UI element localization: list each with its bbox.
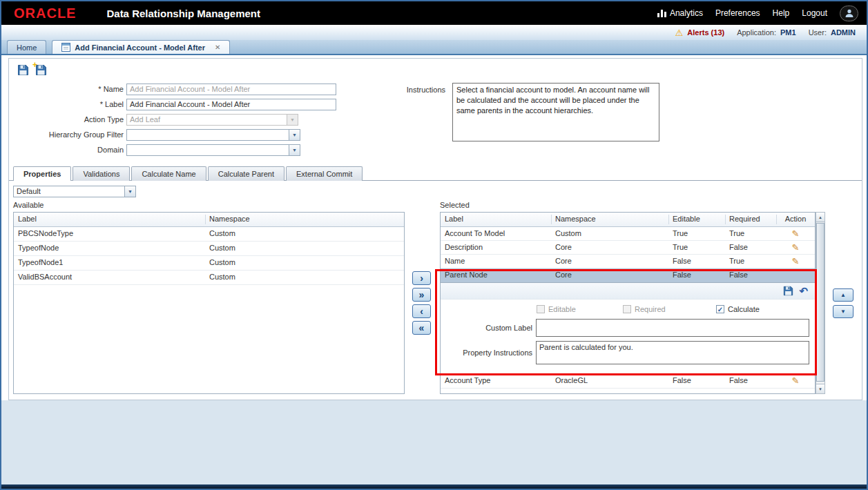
move-right-button[interactable]: › xyxy=(412,271,431,285)
tab-home[interactable]: Home xyxy=(7,40,46,54)
double-chevron-right-icon: » xyxy=(419,290,425,300)
undo-icon[interactable]: ↶ xyxy=(799,286,808,296)
available-row[interactable]: PBCSNodeType Custom xyxy=(14,227,404,242)
user-value: ADMIN xyxy=(831,28,856,37)
tab-calculate-parent[interactable]: Calculate Parent xyxy=(208,166,284,181)
column-divider xyxy=(551,215,552,224)
property-label: Account To Model xyxy=(445,229,505,237)
property-required: False xyxy=(729,271,748,279)
editor-panel: + * Name * Label Action Type Hierarchy G… xyxy=(8,58,862,400)
instructions-textarea[interactable]: Select a financial account to model. An … xyxy=(452,83,659,141)
property-editable: True xyxy=(673,243,688,251)
column-divider xyxy=(725,215,726,224)
tab-calculate-name[interactable]: Calculate Name xyxy=(131,166,206,181)
name-input: Add Financial Account - Model After xyxy=(126,84,336,95)
status-bar: ⚠ Alerts (13) Application: PM1 User: ADM… xyxy=(1,25,867,40)
tab-home-label: Home xyxy=(17,43,37,52)
application-value: PM1 xyxy=(780,28,796,37)
window-bottom-edge xyxy=(1,484,867,489)
scrollbar[interactable]: ▲ ▼ xyxy=(816,212,825,394)
save-as-button[interactable]: + xyxy=(34,63,48,77)
scroll-up-icon[interactable]: ▲ xyxy=(816,213,824,222)
save-button[interactable] xyxy=(16,63,30,77)
edit-icon[interactable]: ✎ xyxy=(778,228,813,239)
available-row[interactable]: ValidBSAccount Custom xyxy=(14,271,404,285)
property-namespace: Core xyxy=(555,257,572,265)
domain-dropdown[interactable]: ▼ xyxy=(126,144,300,156)
selected-row-description[interactable]: Description Core True False ✎ xyxy=(441,241,815,255)
property-editable: False xyxy=(673,257,691,265)
scrollbar-thumb[interactable] xyxy=(816,223,824,382)
alerts-link[interactable]: Alerts (13) xyxy=(687,28,724,37)
bar-chart-icon xyxy=(657,9,666,17)
column-header-namespace: Namespace xyxy=(209,215,250,223)
move-up-button[interactable]: ▲ xyxy=(833,288,853,302)
property-namespace: Core xyxy=(555,271,572,279)
column-header-required: Required xyxy=(729,215,760,223)
edit-icon[interactable]: ✎ xyxy=(778,242,813,253)
column-header-namespace: Namespace xyxy=(555,215,596,223)
calculate-checkbox[interactable]: ✓ Calculate xyxy=(716,305,760,313)
available-row[interactable]: TypeofNode1 Custom xyxy=(14,256,404,271)
double-chevron-left-icon: « xyxy=(419,323,425,333)
plus-icon: + xyxy=(32,60,37,70)
property-label: TypeofNode1 xyxy=(18,258,63,266)
domain-label: Domain xyxy=(13,144,124,156)
move-all-right-button[interactable]: » xyxy=(412,288,431,302)
help-link[interactable]: Help xyxy=(773,8,790,18)
close-icon[interactable]: ✕ xyxy=(215,43,220,51)
user-label: User: xyxy=(809,28,827,37)
tab-add-financial-account[interactable]: Add Financial Account - Model After ✕ xyxy=(52,40,230,54)
tab-external-commit[interactable]: External Commit xyxy=(286,166,363,181)
editor-save-button[interactable] xyxy=(783,286,793,296)
custom-label-label: Custom Label xyxy=(441,319,532,337)
column-header-action: Action xyxy=(778,215,813,223)
label-label: * Label xyxy=(13,99,124,110)
property-namespace: Custom xyxy=(209,273,235,281)
required-checkbox-label: Required xyxy=(635,305,666,313)
available-row[interactable]: TypeofNode Custom xyxy=(14,242,404,256)
property-editable: True xyxy=(673,229,688,237)
chevron-down-icon[interactable]: ▼ xyxy=(289,130,300,140)
property-instructions-label: Property Instructions xyxy=(441,341,532,364)
move-all-left-button[interactable]: « xyxy=(412,321,431,335)
user-avatar-icon[interactable] xyxy=(840,6,858,21)
selected-row-parent-node[interactable]: Parent Node Core False False xyxy=(441,268,815,283)
move-down-button[interactable]: ▼ xyxy=(833,305,853,318)
person-icon xyxy=(845,8,854,18)
scroll-down-icon[interactable]: ▼ xyxy=(816,384,824,393)
tab-validations[interactable]: Validations xyxy=(73,166,130,181)
label-input[interactable]: Add Financial Account - Model After xyxy=(126,99,336,110)
property-label: Account Type xyxy=(445,376,490,384)
property-label: Name xyxy=(445,257,465,265)
property-category-value: Default xyxy=(14,186,124,197)
analytics-link[interactable]: Analytics xyxy=(657,8,703,18)
preferences-link[interactable]: Preferences xyxy=(715,8,760,18)
logout-link[interactable]: Logout xyxy=(802,8,827,18)
selected-row-account-type[interactable]: Account Type OracleGL False False ✎ xyxy=(441,374,815,389)
property-namespace: Custom xyxy=(555,229,581,237)
edit-icon[interactable]: ✎ xyxy=(778,256,813,266)
property-required: True xyxy=(729,229,744,237)
hierarchy-group-filter-dropdown[interactable]: ▼ xyxy=(126,129,300,141)
tab-properties[interactable]: Properties xyxy=(13,166,71,181)
selected-row-account-to-model[interactable]: Account To Model Custom True True ✎ xyxy=(441,227,815,241)
selected-row-name[interactable]: Name Core False True ✎ xyxy=(441,255,815,268)
chevron-down-icon[interactable]: ▼ xyxy=(289,145,300,155)
alert-icon: ⚠ xyxy=(675,28,684,38)
property-required: False xyxy=(729,376,748,384)
property-namespace: Custom xyxy=(209,244,235,252)
property-instructions-input[interactable]: Parent is calculated for you. xyxy=(536,341,809,364)
edit-icon[interactable]: ✎ xyxy=(778,375,813,386)
chevron-down-icon[interactable]: ▼ xyxy=(124,186,135,197)
editable-checkbox: Editable xyxy=(537,305,576,313)
move-left-button[interactable]: ‹ xyxy=(412,304,431,318)
custom-label-input[interactable] xyxy=(536,319,809,337)
top-header-bar: ORACLE Data Relationship Management Anal… xyxy=(1,1,867,25)
property-category-dropdown[interactable]: Default ▼ xyxy=(13,186,136,197)
checkbox-box-icon xyxy=(537,305,545,313)
down-arrow-icon: ▼ xyxy=(840,308,846,315)
property-editable: False xyxy=(673,271,691,279)
property-editor: ↶ Editable Required ✓ Calculate Custom L… xyxy=(441,283,815,374)
column-header-label: Label xyxy=(445,215,463,223)
